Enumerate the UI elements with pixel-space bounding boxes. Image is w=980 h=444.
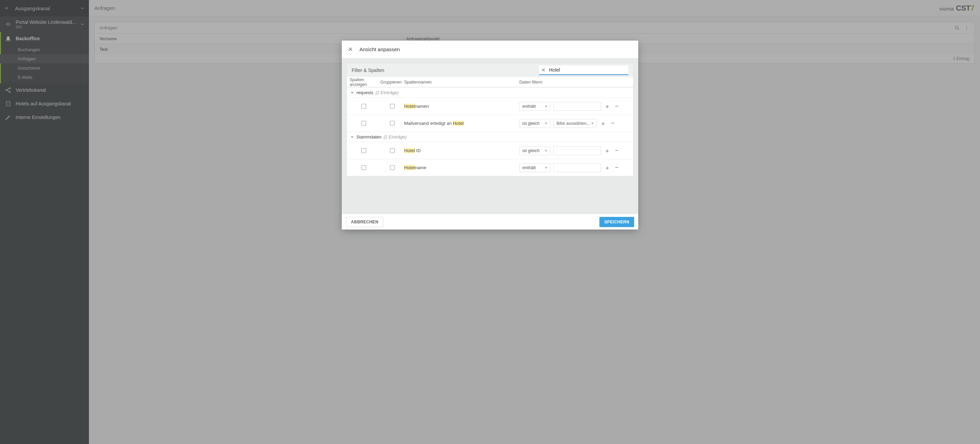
operator-select[interactable]: enthält▼ [519, 163, 550, 172]
column-name: Mailversand erledigt an Hotel [404, 121, 519, 126]
column-headers: Spalten anzeigen Gruppieren Spaltennamen… [347, 77, 633, 87]
filter-value-input[interactable] [554, 146, 601, 155]
group-checkbox[interactable] [390, 121, 395, 126]
remove-filter-icon[interactable]: − [613, 103, 620, 110]
show-column-checkbox[interactable] [361, 121, 366, 126]
add-filter-icon[interactable]: ＋ [604, 165, 611, 171]
close-icon[interactable]: ✕ [348, 46, 355, 53]
remove-filter-icon[interactable]: − [609, 120, 616, 127]
column-name: Hotelname [404, 165, 519, 170]
show-column-checkbox[interactable] [361, 165, 366, 170]
modal-title: Ansicht anpassen [360, 46, 400, 52]
modal-footer: ABBRECHEN SPEICHERN [342, 214, 638, 230]
group-checkbox[interactable] [390, 104, 395, 109]
column-name: Hotel ID [404, 148, 519, 153]
operator-select[interactable]: ist gleich▼ [519, 146, 550, 155]
add-filter-icon[interactable]: ＋ [604, 147, 611, 154]
remove-filter-icon[interactable]: − [613, 165, 620, 171]
group-header-requests[interactable]: requests (2 Einträge) [347, 87, 633, 97]
show-column-checkbox[interactable] [361, 104, 366, 109]
clear-search-icon[interactable]: ✕ [541, 67, 546, 73]
group-header-stammdaten[interactable]: Stammdaten (2 Einträge) [347, 132, 633, 142]
search-input[interactable] [549, 67, 626, 73]
filter-value-input[interactable] [554, 102, 601, 111]
operator-select[interactable]: enthält▼ [519, 102, 550, 111]
panel-title: Filter & Spalten [352, 67, 384, 73]
group-checkbox[interactable] [390, 148, 395, 153]
modal-ansicht-anpassen: ✕ Ansicht anpassen Filter & Spalten ✕ Sp… [342, 41, 638, 230]
cancel-button[interactable]: ABBRECHEN [346, 217, 383, 227]
filter-value-select[interactable]: Bitte auswählen...▼ [554, 119, 597, 128]
filter-row: Hotelname enthält▼ ＋ − [347, 159, 633, 176]
show-column-checkbox[interactable] [361, 148, 366, 153]
remove-filter-icon[interactable]: − [613, 147, 620, 154]
save-button[interactable]: SPEICHERN [600, 217, 634, 227]
operator-select[interactable]: ist gleich▼ [519, 119, 550, 128]
filter-value-input[interactable] [554, 163, 601, 172]
add-filter-icon[interactable]: ＋ [604, 103, 611, 110]
column-name: Hotelnamen [404, 104, 519, 109]
filter-row: Hotel ID ist gleich▼ ＋ − [347, 142, 633, 159]
chevron-down-icon [350, 135, 356, 139]
filter-row: Mailversand erledigt an Hotel ist gleich… [347, 115, 633, 132]
add-filter-icon[interactable]: ＋ [600, 120, 606, 127]
panel-search: ✕ [539, 65, 628, 75]
filter-panel: Filter & Spalten ✕ Spalten anzeigen Grup… [347, 63, 633, 176]
group-checkbox[interactable] [390, 165, 395, 170]
chevron-down-icon [350, 91, 356, 94]
filter-row: Hotelnamen enthält▼ ＋ − [347, 97, 633, 115]
